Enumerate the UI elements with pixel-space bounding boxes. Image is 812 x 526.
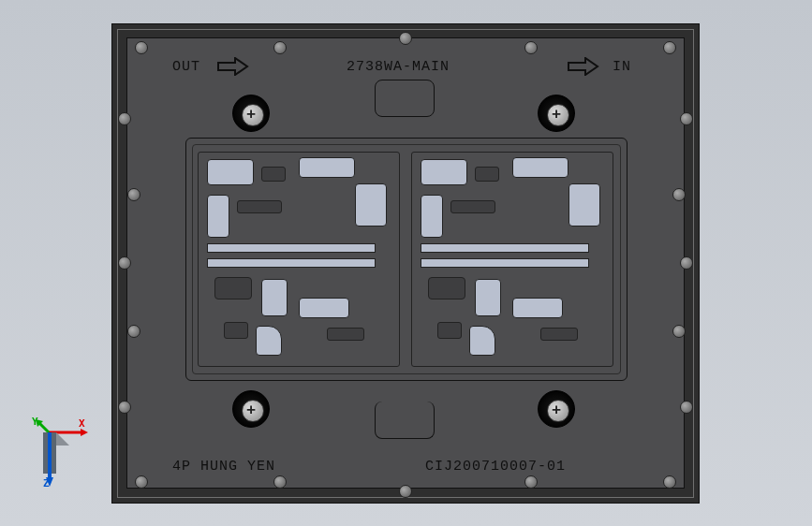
label-part: CIJ200710007-01 <box>425 459 566 475</box>
axis-z-label: Z <box>43 477 50 489</box>
axis-x-label: X <box>79 417 85 430</box>
circuit-trace <box>421 243 589 253</box>
frame-screw <box>680 112 693 125</box>
circuit-trace <box>421 258 589 268</box>
circuit-pad <box>450 200 495 213</box>
frame-screw <box>135 41 148 54</box>
circuit-pad <box>428 277 465 300</box>
circuit-pad <box>475 279 501 316</box>
circuit-pad <box>299 157 355 178</box>
circuit-pad <box>256 326 282 356</box>
arrow-right-icon <box>217 57 249 76</box>
frame-screw <box>663 41 676 54</box>
frame-screw <box>524 475 538 489</box>
circuit-pad <box>540 328 578 341</box>
frame-screw <box>135 475 148 489</box>
circuit-pad <box>299 298 349 318</box>
circuit-pad <box>437 322 462 339</box>
circuit-pad <box>261 279 288 316</box>
frame-screw <box>680 256 693 270</box>
frame-screw <box>118 112 131 125</box>
main-board: OUT 2738WA-MAIN IN 4P HUNG YEN CIJ200710… <box>126 37 685 489</box>
frame-screw <box>118 256 131 270</box>
label-4p: 4P HUNG YEN <box>172 459 275 475</box>
circuit-pad <box>224 322 248 339</box>
arrow-right-icon <box>568 57 599 76</box>
frame-screw <box>663 475 676 489</box>
cad-viewport[interactable]: OUT 2738WA-MAIN IN 4P HUNG YEN CIJ200710… <box>0 0 812 526</box>
phillips-screw-icon <box>232 390 270 428</box>
frame-screw <box>399 32 412 45</box>
mount-hole <box>127 325 140 338</box>
circuit-pad <box>261 167 286 182</box>
svg-marker-8 <box>56 432 69 446</box>
mount-hole <box>672 325 686 338</box>
circuit-pad <box>568 183 600 226</box>
circuit-pad <box>512 157 568 178</box>
circuit-trace <box>207 243 376 253</box>
circuit-pad <box>327 328 364 341</box>
circuit-pad <box>475 167 499 182</box>
svg-line-2 <box>39 423 49 432</box>
phillips-screw-icon <box>538 95 575 132</box>
circuit-pad <box>207 195 229 238</box>
circuit-pad <box>355 183 387 226</box>
frame-screw <box>118 401 131 414</box>
label-in: IN <box>613 59 631 75</box>
etched-panel <box>185 138 627 381</box>
bottom-tab-cutout <box>375 402 435 439</box>
circuit-pad <box>237 200 282 213</box>
circuit-pad <box>421 159 467 185</box>
frame-screw <box>273 41 287 54</box>
frame-screw <box>273 475 287 489</box>
circuit-trace <box>207 258 376 268</box>
frame-screw <box>680 401 693 414</box>
circuit-pad <box>207 159 254 185</box>
phillips-screw-icon <box>232 95 270 132</box>
circuit-pad <box>469 326 495 356</box>
circuit-pad <box>421 195 443 238</box>
svg-marker-1 <box>81 429 88 436</box>
circuit-pad <box>214 277 252 300</box>
frame-screw <box>524 41 538 54</box>
label-out: OUT <box>172 59 200 75</box>
axis-y-label: Y <box>32 416 38 428</box>
circuit-pad <box>512 298 563 318</box>
frame-screw <box>399 485 412 498</box>
axis-gizmo[interactable]: X Y Z <box>36 419 101 494</box>
mount-hole <box>672 188 686 201</box>
mount-hole <box>127 188 140 201</box>
top-tab-cutout <box>375 80 435 117</box>
label-main: 2738WA-MAIN <box>347 59 450 75</box>
phillips-screw-icon <box>538 390 575 428</box>
